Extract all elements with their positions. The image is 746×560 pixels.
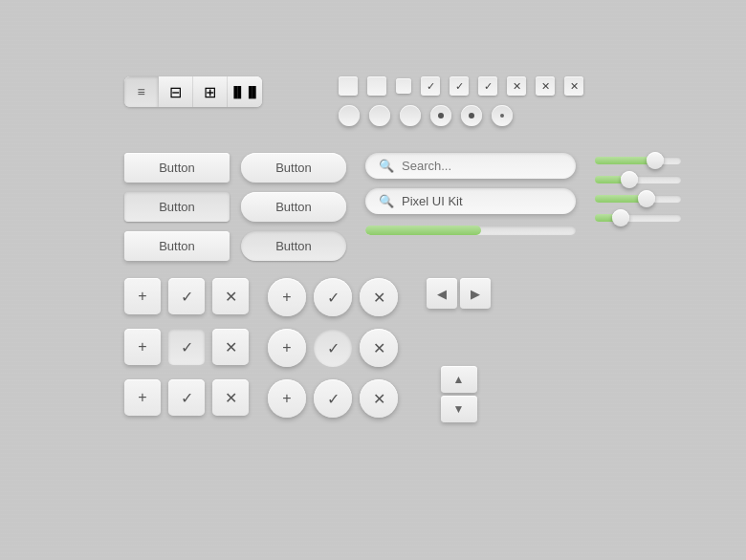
- circ-btn-plus-1[interactable]: +: [268, 278, 306, 316]
- slider-thumb-4[interactable]: [612, 209, 629, 226]
- square-icon-buttons: + ✓ ✕ + ✓ ✕ + ✓ ✕: [124, 278, 249, 422]
- plus-icon: +: [282, 390, 291, 407]
- button-rect-2[interactable]: Button: [124, 192, 230, 222]
- slider-track-2: [595, 176, 681, 183]
- sq-btn-check-1[interactable]: ✓: [168, 278, 205, 314]
- plus-icon: +: [282, 289, 291, 306]
- list2-view-button[interactable]: ⊟: [159, 76, 193, 107]
- progress-bar: [365, 226, 576, 235]
- checkbox-empty-2[interactable]: [367, 76, 386, 96]
- sq-btn-x-3[interactable]: ✕: [212, 379, 249, 416]
- circ-btn-check-3[interactable]: ✓: [314, 379, 352, 418]
- search-input[interactable]: [402, 159, 562, 173]
- slider-thumb-1[interactable]: [647, 152, 664, 169]
- grid-view-button[interactable]: ⊞: [193, 76, 228, 107]
- arrow-left-icon: ◀: [437, 287, 447, 301]
- x-icon: ✕: [225, 389, 237, 407]
- progress-fill: [365, 226, 481, 235]
- checkbox-checked-2[interactable]: ✓: [450, 76, 469, 96]
- slider-1[interactable]: [595, 157, 681, 164]
- checkbox-row: ✓ ✓ ✓ ✕ ✕ ✕: [339, 76, 583, 96]
- slider-thumb-2[interactable]: [621, 171, 638, 188]
- slider-thumb-3[interactable]: [638, 190, 655, 207]
- radio-empty-2[interactable]: [369, 105, 390, 126]
- search-icon: 🔍: [379, 159, 394, 173]
- slider-3[interactable]: [595, 195, 681, 203]
- stepper-prev-button[interactable]: ◀: [427, 278, 457, 309]
- sq-btn-x-2[interactable]: ✕: [212, 329, 249, 365]
- list-view-button[interactable]: ≡: [124, 76, 159, 107]
- sq-btn-check-3[interactable]: ✓: [168, 379, 205, 416]
- circ-btn-x-1[interactable]: ✕: [360, 278, 398, 316]
- button-pill-1[interactable]: Button: [241, 153, 346, 183]
- sq-btn-plus-2[interactable]: +: [124, 329, 161, 365]
- checkbox-small[interactable]: [396, 78, 411, 94]
- check-icon: ✓: [327, 390, 340, 408]
- radio-filled-1[interactable]: [430, 105, 451, 126]
- sliders-group: [595, 157, 681, 261]
- check-icon: ✓: [327, 339, 340, 357]
- search-input-filled[interactable]: [402, 194, 562, 208]
- circ-btn-plus-3[interactable]: +: [268, 379, 306, 418]
- radio-empty-1[interactable]: [339, 105, 360, 126]
- checkbox-checked-3[interactable]: ✓: [478, 76, 497, 96]
- plus-icon: +: [282, 339, 291, 356]
- circle-icon-buttons: + ✓ ✕ + ✓ ✕ + ✓ ✕: [268, 278, 398, 422]
- barcode-view-button[interactable]: ▐▌▐▌: [228, 76, 262, 107]
- button-rect-1[interactable]: Button: [124, 153, 230, 183]
- checkbox-x-1[interactable]: ✕: [507, 76, 526, 96]
- circ-btn-x-3[interactable]: ✕: [360, 379, 398, 418]
- sq-btn-check-2[interactable]: ✓: [168, 329, 205, 365]
- search-bar-filled[interactable]: 🔍: [365, 188, 576, 214]
- x-mark-icon: ✕: [513, 80, 521, 93]
- search-icon-filled: 🔍: [379, 194, 394, 208]
- view-toggle-group: ≡ ⊟ ⊞ ▐▌▐▌: [124, 76, 262, 107]
- slider-4[interactable]: [595, 214, 681, 222]
- button-pill-2[interactable]: Button: [241, 192, 346, 222]
- arrow-right-icon: ▶: [471, 287, 480, 301]
- button-rect-3[interactable]: Button: [124, 231, 230, 261]
- radio-empty-3[interactable]: [400, 105, 421, 126]
- barcode-icon: ▐▌▐▌: [230, 86, 259, 97]
- x-mark-icon: ✕: [570, 80, 579, 93]
- checkboxes-radios-group: ✓ ✓ ✓ ✕ ✕ ✕: [339, 76, 583, 126]
- check-mark-icon: ✓: [455, 80, 464, 93]
- search-group: 🔍 🔍: [365, 153, 576, 261]
- radio-dot: [469, 113, 474, 118]
- sq-btn-plus-3[interactable]: +: [124, 379, 161, 416]
- x-icon: ✕: [225, 288, 237, 306]
- slider-2[interactable]: [595, 176, 681, 183]
- buttons-group: Button Button Button Button Button Butto…: [124, 153, 346, 261]
- plus-icon: +: [138, 338, 146, 355]
- grid-icon: ⊞: [204, 83, 216, 101]
- x-icon: ✕: [373, 339, 385, 357]
- check-mark-icon: ✓: [427, 80, 435, 93]
- search-bar-empty[interactable]: 🔍: [365, 153, 576, 179]
- button-pill-3[interactable]: Button: [241, 231, 346, 261]
- circ-btn-check-1[interactable]: ✓: [314, 278, 352, 316]
- checkbox-x-2[interactable]: ✕: [536, 76, 555, 96]
- check-icon: ✓: [181, 338, 193, 356]
- icon-buttons-section: + ✓ ✕ + ✓ ✕ + ✓ ✕ + ✓ ✕ + ✓ ✕ + ✓ ✕: [124, 278, 631, 422]
- checkbox-x-3[interactable]: ✕: [564, 76, 583, 96]
- stepper-up-button[interactable]: ▲: [441, 366, 477, 393]
- stepper-next-button[interactable]: ▶: [460, 278, 491, 309]
- circ-btn-x-2[interactable]: ✕: [360, 329, 398, 367]
- radio-filled-2[interactable]: [461, 105, 482, 126]
- x-icon: ✕: [373, 289, 385, 307]
- circ-btn-plus-2[interactable]: +: [268, 329, 306, 367]
- checkbox-checked-1[interactable]: ✓: [421, 76, 440, 96]
- check-mark-icon: ✓: [484, 80, 493, 93]
- check-icon: ✓: [327, 289, 340, 307]
- checkbox-empty-1[interactable]: [339, 76, 358, 96]
- circ-btn-check-2[interactable]: ✓: [314, 329, 352, 367]
- radio-filled-3[interactable]: [492, 105, 513, 126]
- vertical-stepper: ▲ ▼: [441, 366, 477, 422]
- stepper-down-button[interactable]: ▼: [441, 396, 477, 422]
- sq-btn-plus-1[interactable]: +: [124, 278, 161, 314]
- plus-icon: +: [138, 288, 146, 305]
- sq-btn-x-1[interactable]: ✕: [212, 278, 249, 314]
- check-icon: ✓: [181, 389, 193, 407]
- horizontal-stepper: ◀ ▶: [427, 278, 491, 309]
- arrow-down-icon: ▼: [453, 402, 465, 416]
